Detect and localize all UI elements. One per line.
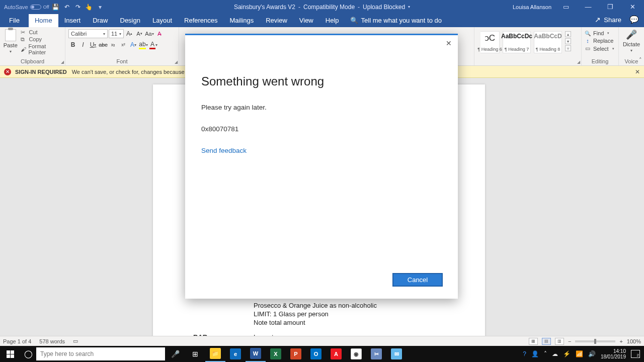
- format-painter-button[interactable]: Format Painter: [21, 43, 62, 55]
- tab-help[interactable]: Help: [319, 14, 345, 27]
- word-count[interactable]: 578 words: [39, 338, 65, 344]
- share-button[interactable]: Share: [604, 16, 621, 24]
- tab-review[interactable]: Review: [260, 14, 293, 27]
- styles-expand-icon[interactable]: ▿: [565, 45, 571, 51]
- dialog-close-icon[interactable]: ✕: [446, 39, 452, 47]
- tab-layout[interactable]: Layout: [146, 14, 178, 27]
- volume-icon[interactable]: 🔊: [588, 350, 596, 357]
- styles-scroll-up-icon[interactable]: ▴: [565, 31, 571, 37]
- notice-close-icon[interactable]: ✕: [635, 68, 640, 75]
- style-heading7[interactable]: AaBbCcDc ¶ Heading 7: [503, 31, 531, 53]
- wifi-icon[interactable]: 📶: [576, 350, 583, 357]
- highlight-color-button[interactable]: ab▾: [139, 40, 148, 49]
- tab-file[interactable]: File: [0, 14, 29, 27]
- styles-dialog-launcher-icon[interactable]: ◢: [577, 60, 580, 64]
- comments-icon[interactable]: 💬: [629, 15, 639, 24]
- taskbar-acrobat-icon[interactable]: A: [326, 346, 346, 362]
- qat-customize-icon[interactable]: ▾: [96, 3, 105, 12]
- share-icon: ↗: [595, 16, 601, 24]
- zoom-level[interactable]: 100%: [627, 338, 641, 344]
- change-case-icon[interactable]: Aa▾: [145, 29, 154, 38]
- taskbar-mic-icon[interactable]: 🎤: [165, 346, 185, 362]
- zoom-out-icon[interactable]: −: [568, 338, 571, 344]
- font-name-combo[interactable]: Calibri▾: [68, 29, 108, 38]
- ribbon-display-options-icon[interactable]: ▭: [558, 3, 574, 11]
- print-layout-icon[interactable]: ▤: [542, 338, 551, 345]
- taskbar-word-icon[interactable]: W: [246, 346, 266, 362]
- italic-button[interactable]: I: [78, 40, 88, 49]
- autosave-toggle[interactable]: AutoSave Off: [4, 4, 49, 10]
- window-restore-icon[interactable]: ❐: [603, 3, 618, 11]
- copy-button[interactable]: Copy: [21, 36, 62, 42]
- action-center-icon[interactable]: 2: [631, 350, 640, 358]
- cortana-icon[interactable]: ◯: [20, 349, 36, 358]
- read-mode-icon[interactable]: ▦: [529, 338, 538, 345]
- strikethrough-button[interactable]: abc: [99, 40, 108, 49]
- collapse-ribbon-icon[interactable]: ˄: [639, 57, 642, 63]
- bold-button[interactable]: B: [68, 40, 77, 49]
- select-button[interactable]: Select▾: [585, 45, 615, 52]
- account-user-name[interactable]: Louisa Allanson: [513, 4, 551, 10]
- tab-design[interactable]: Design: [114, 14, 146, 27]
- taskbar-search-input[interactable]: Type here to search: [36, 347, 165, 360]
- tab-view[interactable]: View: [293, 14, 319, 27]
- touch-mode-icon[interactable]: 👆: [85, 3, 94, 12]
- cancel-button[interactable]: Cancel: [392, 273, 443, 287]
- web-layout-icon[interactable]: ▥: [555, 338, 564, 345]
- text-effects-icon[interactable]: A▾: [129, 40, 138, 49]
- task-view-icon[interactable]: ⊞: [185, 346, 205, 362]
- dialog-message: Please try again later.: [201, 104, 442, 111]
- replace-button[interactable]: Replace: [585, 38, 615, 44]
- dictate-button[interactable]: 🎤 Dictate ▾: [622, 29, 641, 53]
- cut-button[interactable]: Cut: [21, 29, 62, 35]
- style-heading8[interactable]: AaBbCcD ¶ Heading 8: [534, 31, 562, 53]
- save-icon[interactable]: 💾: [51, 3, 60, 12]
- font-color-button[interactable]: A▾: [149, 40, 158, 49]
- superscript-button[interactable]: x²: [119, 40, 128, 49]
- undo-icon[interactable]: ↶: [62, 3, 71, 12]
- paste-button[interactable]: Paste ▾: [3, 29, 18, 55]
- taskbar-clock[interactable]: 14:10 18/01/2019: [601, 348, 626, 359]
- spell-check-icon[interactable]: ▭: [73, 338, 78, 344]
- start-button[interactable]: [0, 346, 20, 362]
- styles-scroll-down-icon[interactable]: ▾: [565, 38, 571, 44]
- taskbar-outlook-icon[interactable]: O: [306, 346, 326, 362]
- tab-references[interactable]: References: [178, 14, 223, 27]
- redo-icon[interactable]: ↷: [73, 3, 83, 12]
- shrink-font-icon[interactable]: A▾: [135, 29, 144, 38]
- clipboard-dialog-launcher-icon[interactable]: ◢: [61, 60, 64, 64]
- taskbar-snip-icon[interactable]: ✂: [366, 346, 386, 362]
- onedrive-icon[interactable]: ☁: [552, 350, 558, 357]
- font-size-combo[interactable]: 11▾: [109, 29, 124, 38]
- page-status[interactable]: Page 1 of 4: [3, 338, 31, 344]
- taskbar-chrome-icon[interactable]: ◉: [346, 346, 366, 362]
- network-icon[interactable]: ⚡: [563, 350, 571, 357]
- tab-mailings[interactable]: Mailings: [224, 14, 260, 27]
- taskbar-file-explorer-icon[interactable]: 📁: [205, 346, 225, 362]
- tray-chevron-icon[interactable]: ˄: [544, 350, 547, 357]
- tell-me-search[interactable]: 🔍 Tell me what you want to do: [350, 17, 442, 27]
- taskbar-edge-icon[interactable]: e: [225, 346, 246, 362]
- window-close-icon[interactable]: ✕: [625, 3, 640, 11]
- font-dialog-launcher-icon[interactable]: ◢: [175, 60, 178, 64]
- taskbar-excel-icon[interactable]: X: [266, 346, 286, 362]
- grow-font-icon[interactable]: A▴: [125, 29, 134, 38]
- taskbar-powerpoint-icon[interactable]: P: [286, 346, 306, 362]
- help-icon[interactable]: ?: [523, 350, 526, 357]
- people-icon[interactable]: 👤: [531, 350, 539, 357]
- style-heading6[interactable]: ɔC ¶ Heading 6: [480, 31, 500, 53]
- underline-button[interactable]: U▾: [89, 40, 98, 49]
- taskbar-mail-icon[interactable]: ✉: [386, 346, 407, 362]
- clear-formatting-icon[interactable]: A̶: [155, 29, 164, 38]
- send-feedback-link[interactable]: Send feedback: [201, 147, 442, 154]
- find-button[interactable]: Find▾: [585, 30, 615, 36]
- zoom-slider[interactable]: [575, 340, 615, 342]
- styles-scroll[interactable]: ▴ ▾ ▿: [565, 31, 571, 51]
- tab-draw[interactable]: Draw: [87, 14, 114, 27]
- window-minimize-icon[interactable]: —: [581, 3, 596, 11]
- tab-home[interactable]: Home: [29, 14, 58, 27]
- tab-insert[interactable]: Insert: [58, 14, 87, 27]
- subscript-button[interactable]: x₂: [109, 40, 118, 49]
- style-heading7-label: ¶ Heading 7: [505, 47, 529, 52]
- zoom-in-icon[interactable]: +: [619, 338, 622, 344]
